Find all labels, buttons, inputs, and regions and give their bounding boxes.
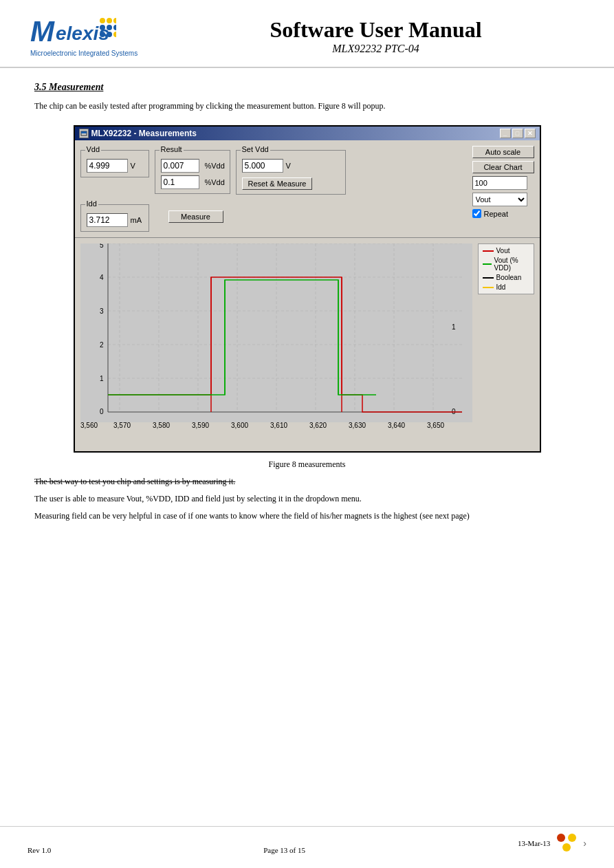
result-input-1[interactable]	[161, 159, 199, 173]
footer-right: 13-Mar-13 ›	[518, 832, 586, 854]
svg-rect-12	[80, 243, 472, 422]
number-input[interactable]	[472, 176, 527, 190]
minimize-button[interactable]: _	[500, 129, 511, 138]
footer-arrow: ›	[583, 838, 586, 849]
dialog-icon	[79, 129, 89, 138]
dialog-right-panel: Auto scale Clear Chart Vout %VDD IDD Fie…	[472, 146, 534, 232]
main-content: 3.5 Measurement The chip can be easily t…	[0, 68, 614, 542]
svg-text:0: 0	[100, 408, 104, 415]
result-unit-1: %Vdd	[205, 162, 225, 170]
page-title: Software User Manual	[165, 17, 586, 43]
logo-melexis: M elexis	[30, 15, 162, 48]
vdd-unit: V	[131, 162, 135, 170]
repeat-checkbox[interactable]	[472, 209, 481, 218]
dialog-title: MLX92232 - Measurements	[91, 129, 197, 138]
auto-scale-button[interactable]: Auto scale	[472, 146, 534, 158]
svg-text:3,610: 3,610	[270, 422, 287, 429]
svg-point-6	[113, 25, 116, 30]
dialog-left-panel: Vdd V Result %Vdd	[80, 146, 467, 232]
svg-point-7	[100, 32, 105, 37]
clear-chart-button[interactable]: Clear Chart	[472, 161, 534, 173]
vdd-legend: Vdd	[85, 145, 102, 153]
page-subtitle: MLX92232 PTC-04	[165, 43, 586, 55]
legend-idd-line	[483, 287, 494, 288]
logo-box: M elexis Microelectronic Integrated Sy	[28, 12, 165, 60]
page-footer: Rev 1.0 Page 13 of 15 13-Mar-13 ›	[0, 826, 614, 854]
body-text-1: The user is able to measure Vout, %VDD, …	[34, 494, 580, 504]
chart-area: 0 1 2 3 4 5 0 1 3,560 3,570 3,580 3,590	[80, 243, 534, 446]
repeat-row: Repeat	[472, 209, 534, 218]
svg-text:5: 5	[100, 243, 104, 249]
reset-measure-button[interactable]: Reset & Measure	[242, 177, 313, 190]
reset-measure-row: Reset & Measure	[242, 177, 340, 190]
result-legend: Result	[160, 145, 184, 153]
footer-date: 13-Mar-13	[518, 839, 550, 847]
maximize-button[interactable]: □	[512, 129, 523, 138]
svg-text:3,630: 3,630	[349, 422, 366, 429]
legend-item-vout-vdd: Vout (% VDD)	[483, 257, 529, 272]
idd-fieldset: Idd mA	[80, 204, 149, 232]
legend-voutvdd-line	[483, 263, 492, 265]
footer-page: Page 13 of 15	[263, 846, 305, 854]
svg-text:3,560: 3,560	[80, 422, 98, 429]
logo-text: M	[30, 15, 54, 48]
svg-text:3,570: 3,570	[113, 422, 131, 429]
result-unit-2: %Vdd	[205, 178, 225, 186]
svg-text:3,620: 3,620	[309, 422, 327, 429]
section-title: 3.5 Measurement	[34, 82, 580, 93]
svg-point-52	[568, 834, 576, 842]
idd-input-row: mA	[87, 213, 143, 227]
idd-legend: Idd	[85, 199, 98, 208]
repeat-label: Repeat	[484, 210, 508, 218]
idd-unit: mA	[131, 216, 142, 224]
result-row-1: %Vdd	[161, 159, 224, 173]
set-vdd-input[interactable]	[242, 159, 283, 173]
svg-text:2: 2	[100, 341, 104, 349]
svg-text:3,650: 3,650	[427, 422, 444, 429]
result-input-2[interactable]	[161, 175, 199, 189]
legend-boolean-label: Boolean	[496, 274, 522, 281]
intro-text: The chip can be easily tested after prog…	[34, 101, 580, 111]
figure-caption: Figure 8 measurements	[34, 459, 580, 470]
svg-point-5	[107, 25, 112, 30]
svg-text:3,580: 3,580	[153, 422, 170, 429]
svg-text:3,640: 3,640	[388, 422, 405, 429]
chart-svg: 0 1 2 3 4 5 0 1 3,560 3,570 3,580 3,590	[80, 243, 472, 443]
svg-text:4: 4	[100, 274, 104, 281]
chart-legend: Vout Vout (% VDD) Boolean Idd	[478, 243, 534, 294]
chart-svg-wrap: 0 1 2 3 4 5 0 1 3,560 3,570 3,580 3,590	[80, 243, 472, 446]
svg-text:1: 1	[452, 323, 456, 331]
title-area: Software User Manual MLX92232 PTC-04	[165, 17, 586, 55]
body-text-2: Measuring field can be very helpful in c…	[34, 511, 580, 521]
result-row-2: %Vdd	[161, 175, 224, 189]
vdd-fieldset: Vdd V	[80, 150, 149, 177]
svg-text:1: 1	[100, 375, 104, 382]
measurement-dropdown[interactable]: Vout %VDD IDD Field	[472, 193, 527, 206]
titlebar-left: MLX92232 - Measurements	[79, 129, 197, 138]
measure-button[interactable]: Measure	[168, 210, 223, 223]
footer-rev: Rev 1.0	[28, 846, 51, 854]
svg-rect-11	[81, 131, 87, 133]
close-button[interactable]: ✕	[525, 129, 536, 138]
footer-logo-icon	[556, 832, 578, 854]
legend-item-vout: Vout	[483, 247, 529, 254]
measurements-dialog: MLX92232 - Measurements _ □ ✕ Vdd V	[74, 125, 541, 453]
set-vdd-input-row: V	[242, 159, 340, 173]
svg-text:3,590: 3,590	[192, 422, 209, 429]
legend-item-idd: Idd	[483, 283, 529, 291]
svg-point-9	[113, 32, 116, 37]
set-vdd-legend: Set Vdd	[241, 145, 270, 153]
legend-vout-label: Vout	[496, 247, 510, 254]
dialog-controls[interactable]: _ □ ✕	[500, 129, 536, 138]
svg-text:3,600: 3,600	[231, 422, 248, 429]
dialog-top-row: Vdd V Result %Vdd	[80, 146, 467, 195]
legend-idd-label: Idd	[496, 283, 506, 291]
page-header: M elexis Microelectronic Integrated Sy	[0, 0, 614, 68]
strikethrough-text: The best way to test you chip and settin…	[34, 477, 580, 487]
set-vdd-fieldset: Set Vdd V Reset & Measure	[236, 150, 346, 195]
svg-point-53	[562, 843, 571, 851]
legend-item-boolean: Boolean	[483, 274, 529, 281]
vdd-input[interactable]	[87, 159, 128, 173]
idd-input[interactable]	[87, 213, 128, 227]
logo-subtitle: Microelectronic Integrated Systems	[30, 50, 162, 57]
